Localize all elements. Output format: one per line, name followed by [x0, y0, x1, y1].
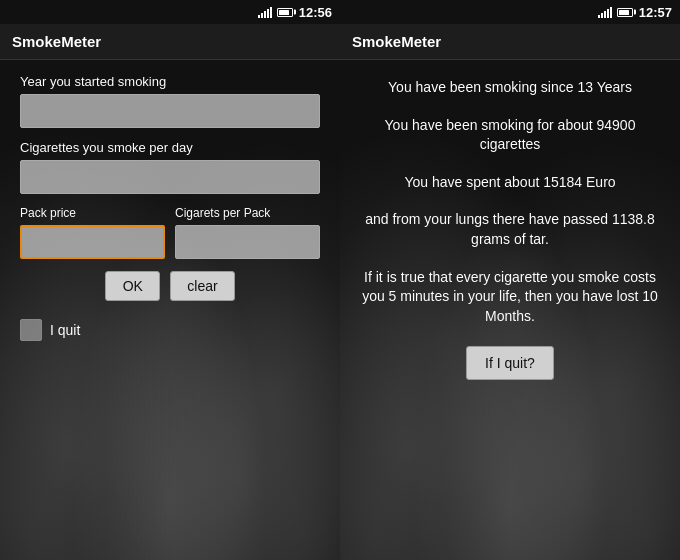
status-time-right: 12:57 [639, 5, 672, 20]
result-life-lost: If it is true that every cigarette you s… [360, 268, 660, 327]
cigarettes-input[interactable] [20, 160, 320, 194]
pack-price-label: Pack price [20, 206, 165, 220]
status-icons-right [598, 6, 633, 18]
result-tar-passed: and from your lungs there have passed 11… [360, 210, 660, 249]
screen1-form: Year you started smoking Cigarettes you … [0, 60, 340, 355]
status-bar-left: 12:56 [0, 0, 340, 24]
clear-button[interactable]: clear [170, 271, 234, 301]
year-input[interactable] [20, 94, 320, 128]
app-title-bar-left: SmokeMeter [0, 24, 340, 60]
cigarettes-label: Cigarettes you smoke per day [20, 140, 320, 155]
battery-icon-right [617, 8, 633, 17]
status-bar-right: 12:57 [340, 0, 680, 24]
app-title-left: SmokeMeter [12, 33, 101, 50]
cigarets-per-pack-field: Cigarets per Pack [175, 206, 320, 259]
i-quit-label: I quit [50, 322, 80, 338]
i-quit-checkbox[interactable] [20, 319, 42, 341]
result-cigarettes-count: You have been smoking for about 94900 ci… [360, 116, 660, 155]
pack-price-input[interactable] [20, 225, 165, 259]
app-title-bar-right: SmokeMeter [340, 24, 680, 60]
year-label: Year you started smoking [20, 74, 320, 89]
screen-left: 12:56 SmokeMeter Year you started smokin… [0, 0, 340, 560]
action-buttons: OK clear [20, 271, 320, 301]
signal-icon-left [258, 6, 272, 18]
signal-icon-right [598, 6, 612, 18]
app-title-right: SmokeMeter [352, 33, 441, 50]
result-money-spent: You have spent about 15184 Euro [360, 173, 660, 193]
pack-price-field: Pack price [20, 206, 165, 259]
i-quit-row: I quit [20, 319, 320, 341]
result-smoking-years: You have been smoking since 13 Years [360, 78, 660, 98]
cigarets-per-pack-label: Cigarets per Pack [175, 206, 320, 220]
if-quit-button[interactable]: If I quit? [466, 346, 554, 380]
row-fields: Pack price Cigarets per Pack [20, 206, 320, 259]
screen-right: 12:57 SmokeMeter You have been smoking s… [340, 0, 680, 560]
battery-icon-left [277, 8, 293, 17]
status-time-left: 12:56 [299, 5, 332, 20]
cigarets-per-pack-input[interactable] [175, 225, 320, 259]
screen2-results: You have been smoking since 13 Years You… [340, 60, 680, 398]
ok-button[interactable]: OK [105, 271, 160, 301]
status-icons-left [258, 6, 293, 18]
